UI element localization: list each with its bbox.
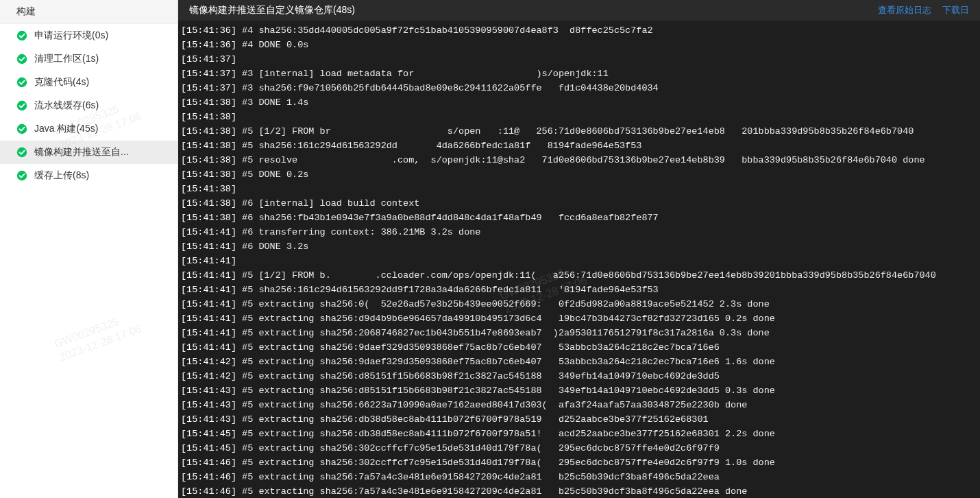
log-text: #5 extracting sha256:db38d58ec8ab4111b07… [236,429,775,439]
log-title: 镜像构建并推送至自定义镜像仓库(48s) [189,4,355,16]
log-timestamp: [15:41:41] [181,285,236,295]
log-timestamp: [15:41:43] [181,386,236,396]
svg-point-2 [17,78,27,87]
log-text: #5 [1/2] FROM br s/open :11@ 256:71d0e86… [236,126,914,137]
log-timestamp: [15:41:38] [181,184,236,194]
log-timestamp: [15:41:37] [181,54,236,64]
log-timestamp: [15:41:41] [181,313,236,324]
log-text: #6 transferring context: 386.21MB 3.2s d… [236,227,480,237]
log-text: #5 extracting sha256:2068746827ec1b043b5… [236,328,770,338]
step-item-4[interactable]: Java 构建(45s) [0,117,177,141]
log-line: [15:41:38] #5 sha256:161c294d61563292dd … [181,139,975,153]
step-label: 缓存上传(8s) [34,169,89,182]
log-timestamp: [15:41:41] [181,256,236,266]
svg-point-3 [17,101,27,110]
log-timestamp: [15:41:37] [181,83,236,93]
log-timestamp: [15:41:38] [181,155,236,165]
svg-point-0 [17,31,27,40]
log-line: [15:41:41] #5 [1/2] FROM b. .ccloader.co… [181,268,975,283]
log-line: [15:41:42] #5 extracting sha256:d85151f1… [181,369,975,383]
log-text: #5 extracting sha256:0( 52e26ad57e3b25b4… [236,299,770,309]
log-line: [15:41:41] #5 sha256:161c294d61563292dd9… [181,283,975,297]
success-icon [16,147,27,158]
log-text: #5 extracting sha256:d9d4b9b6e964657da49… [236,313,775,324]
step-label: 清理工作区(1s) [34,53,99,65]
log-line: [15:41:41] #5 extracting sha256:d9d4b9b6… [181,311,975,326]
log-text: #3 [internal] load metadata for )s/openj… [236,69,609,79]
log-timestamp: [15:41:36] [181,25,236,36]
log-line: [15:41:46] #5 extracting sha256:302ccffc… [181,455,975,470]
success-icon [16,77,27,88]
step-item-0[interactable]: 申请运行环境(0s) [0,24,177,47]
step-item-2[interactable]: 克隆代码(4s) [0,71,177,94]
log-line: [15:41:38] #3 DONE 1.4s [181,95,975,110]
step-label: 克隆代码(4s) [34,76,89,88]
log-timestamp: [15:41:37] [181,69,236,79]
log-text: #3 DONE 1.4s [236,97,308,108]
download-log-link[interactable]: 下载日 [942,5,969,15]
log-timestamp: [15:41:38] [181,97,236,108]
svg-point-5 [17,147,27,157]
svg-point-6 [17,171,27,180]
step-item-5[interactable]: 镜像构建并推送至自... [0,141,177,164]
log-timestamp: [15:41:38] [181,126,236,137]
step-label: 镜像构建并推送至自... [34,146,129,158]
main: 镜像构建并推送至自定义镜像仓库(48s) 查看原始日志 下载日 [15:41:3… [178,0,980,498]
log-line: [15:41:38] [181,110,975,124]
log-line: [15:41:38] #6 [internal] load build cont… [181,196,975,211]
step-label: 申请运行环境(0s) [34,29,108,42]
view-raw-log-link[interactable]: 查看原始日志 [878,5,931,15]
log-text: #5 extracting sha256:302ccffcf7c95e15de5… [236,458,775,468]
step-item-3[interactable]: 流水线缓存(6s) [0,94,177,117]
log-line: [15:41:41] #5 extracting sha256:9daef329… [181,340,975,355]
sidebar-title: 构建 [0,0,177,24]
log-timestamp: [15:41:41] [181,328,236,338]
log-text: #5 extracting sha256:9daef329d35093868ef… [236,357,775,367]
log-text: #5 resolve .com, s/openjdk:11@sha2 71d0e… [236,155,925,165]
log-line: [15:41:41] #6 transferring context: 386.… [181,225,975,239]
step-item-1[interactable]: 清理工作区(1s) [0,47,177,71]
log-line: [15:41:41] [181,254,975,268]
log-timestamp: [15:41:45] [181,429,236,439]
log-line: [15:41:38] #5 DONE 0.2s [181,167,975,182]
log-line: [15:41:45] #5 extracting sha256:db38d58e… [181,427,975,441]
log-timestamp: [15:41:46] [181,486,236,497]
log-header: 镜像构建并推送至自定义镜像仓库(48s) 查看原始日志 下载日 [178,0,980,21]
log-timestamp: [15:41:38] [181,198,236,209]
step-label: Java 构建(45s) [34,123,98,135]
log-timestamp: [15:41:38] [181,112,236,122]
log-line: [15:41:38] #6 sha256:fb43b1e0943e7f3a9a0… [181,211,975,225]
log-text: #5 sha256:161c294d61563292dd 4da6266bfed… [236,141,641,151]
log-line: [15:41:38] #5 resolve .com, s/openjdk:11… [181,153,975,167]
svg-point-1 [17,54,27,64]
log-line: [15:41:37] #3 sha256:f9e710566b25fdb6444… [181,81,975,95]
svg-point-4 [17,124,27,134]
log-line: [15:41:43] #5 extracting sha256:d85151f1… [181,383,975,398]
log-timestamp: [15:41:41] [181,241,236,252]
log-timestamp: [15:41:41] [181,299,236,309]
log-output[interactable]: [15:41:36] #4 sha256:35dd440005dc005a9f7… [178,21,980,498]
log-text: #5 DONE 0.2s [236,169,308,180]
log-text: #5 extracting sha256:db38d58ec8ab4111b07… [236,414,709,425]
log-timestamp: [15:41:41] [181,342,236,353]
log-timestamp: [15:41:43] [181,400,236,410]
log-text: #5 sha256:161c294d61563292dd9f1728a3a4da… [236,285,659,295]
log-line: [15:41:38] [181,182,975,196]
log-text: #5 extracting sha256:7a57a4c3e481e6e9158… [236,486,747,497]
log-timestamp: [15:41:41] [181,227,236,237]
log-line: [15:41:46] #5 extracting sha256:7a57a4c3… [181,484,975,498]
log-line: [15:41:43] #5 extracting sha256:db38d58e… [181,412,975,427]
step-item-6[interactable]: 缓存上传(8s) [0,164,177,187]
log-text: #6 [internal] load build context [236,198,419,209]
log-text: #4 DONE 0.0s [236,40,308,50]
log-line: [15:41:36] #4 sha256:35dd440005dc005a9f7… [181,23,975,38]
log-timestamp: [15:41:38] [181,141,236,151]
log-timestamp: [15:41:36] [181,40,236,50]
log-text: #4 sha256:35dd440005dc005a9f72fc51bab410… [236,25,653,36]
log-line: [15:41:43] #5 extracting sha256:66223a71… [181,398,975,412]
log-text: #5 extracting sha256:d85151f15b6683b98f2… [236,371,720,381]
log-text: #5 [1/2] FROM b. .ccloader.com/ops/openj… [236,270,936,281]
log-timestamp: [15:41:45] [181,443,236,453]
log-line: [15:41:36] #4 DONE 0.0s [181,38,975,52]
log-text: #5 extracting sha256:66223a710990a0ae716… [236,400,747,410]
